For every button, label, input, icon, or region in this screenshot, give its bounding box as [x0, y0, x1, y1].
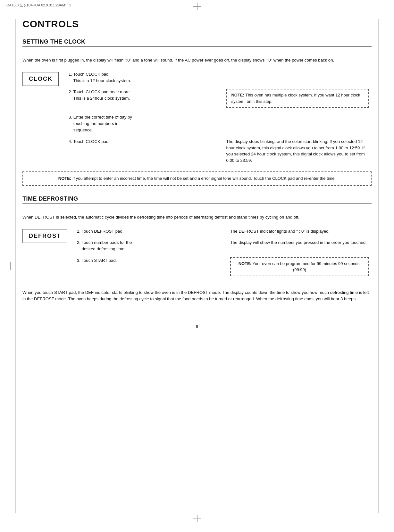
section1-steps: 1. Touch CLOCK pad. This is a 12 hour cl… [69, 69, 372, 167]
section2-step3-left: 3. Touch START pad. [77, 255, 230, 281]
page-wrapper: OA138X(¿ )-1B4HOA 02.9.311:29AM˜ ` 9 CON… [0, 0, 394, 532]
header-meta: OA138X(¿ )-1B4HOA 02.9.311:29AM˜ ` 9 [6, 3, 71, 7]
section1-intro: When the oven is first plugged in, the d… [22, 57, 372, 63]
section1-step4-right: The display stops blinking, and the colo… [226, 137, 372, 167]
section1-step4-left: 4. Touch CLOCK pad. [69, 137, 226, 167]
section1-heading: SETTING THE CLOCK [22, 38, 372, 47]
section1-step3-right [226, 112, 372, 136]
section1-note1: NOTE: This oven has multiple clock syste… [226, 89, 369, 108]
section1-step4: 4. Touch CLOCK pad. The display stops bl… [69, 137, 372, 167]
section1-step3-left: 3. Enter the correct time of day by touc… [69, 112, 226, 136]
section2-instructions: DEFROST 1. Touch DEFROST pad. The DEFROS… [22, 226, 372, 281]
section1-step2-right: NOTE: This oven has multiple clock syste… [226, 87, 372, 112]
section1-step1-right [226, 69, 372, 87]
section2-step2-right: The display will show the numbers you pr… [230, 237, 372, 255]
clock-button-box: CLOCK [22, 72, 59, 86]
section2-step3-right: NOTE: Your oven can be programmed for 99… [230, 255, 372, 281]
section1-step2-left: 2. Touch CLOCK pad once more. This is a … [69, 87, 226, 112]
section2-heading: TIME DEFROSTING [22, 195, 372, 204]
section1-step2: 2. Touch CLOCK pad once more. This is a … [69, 87, 372, 112]
page-content: CONTROLS SETTING THE CLOCK When the oven… [22, 6, 372, 321]
section2-note1: NOTE: Your oven can be programmed for 99… [230, 257, 369, 276]
side-line-left [15, 19, 16, 513]
section2-steps-table: 1. Touch DEFROST pad. The DEFROST indica… [77, 226, 372, 281]
section2-step2: 2. Touch number pads for the desired def… [77, 237, 372, 255]
section2-step2-left: 2. Touch number pads for the desired def… [77, 237, 230, 255]
section2-intro: When DEFROST is selected, the automatic … [22, 214, 372, 220]
section2-step3: 3. Touch START pad. NOTE: Your oven can … [77, 255, 372, 281]
section1-steps-table: 1. Touch CLOCK pad. This is a 12 hour cl… [69, 69, 372, 167]
crosshair-top [193, 3, 201, 10]
section1-instructions: CLOCK 1. Touch CLOCK pad. This is a 12 h… [22, 69, 372, 167]
section2-divider [22, 208, 372, 208]
crosshair-right [380, 262, 388, 270]
defrost-button-box: DEFROST [22, 229, 67, 243]
section2-bottom-text: When you touch START pad, the DEF indica… [22, 286, 372, 302]
section1-step3: 3. Enter the correct time of day by touc… [69, 112, 372, 136]
section1-step1-left: 1. Touch CLOCK pad. This is a 12 hour cl… [69, 69, 226, 87]
section1-bottom-note: NOTE: If you attempt to enter an incorre… [22, 171, 372, 186]
section1-divider [22, 51, 372, 51]
section2-step1: 1. Touch DEFROST pad. The DEFROST indica… [77, 226, 372, 238]
side-line-right [378, 19, 379, 513]
section2-steps: 1. Touch DEFROST pad. The DEFROST indica… [77, 226, 372, 281]
section2-step1-left: 1. Touch DEFROST pad. [77, 226, 230, 238]
crosshair-left [6, 262, 14, 270]
section1-step1: 1. Touch CLOCK pad. This is a 12 hour cl… [69, 69, 372, 87]
main-title: CONTROLS [22, 19, 372, 29]
crosshair-bottom [193, 515, 201, 522]
page-number: 9 [0, 321, 394, 335]
section2-step1-right: The DEFROST indicator lights and " : 0" … [230, 226, 372, 238]
